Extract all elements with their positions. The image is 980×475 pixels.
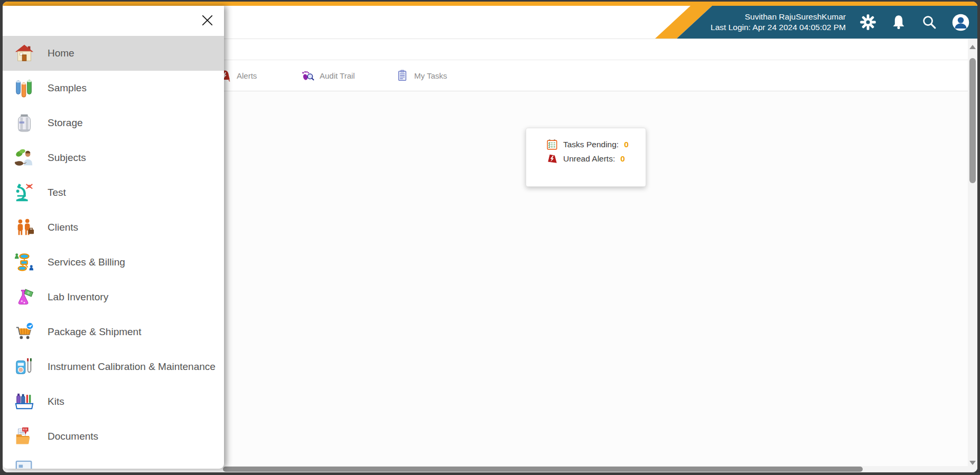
kits-icon [14,392,34,412]
sidebar-item-lab-inventory[interactable]: Lab Inventory [3,280,224,315]
unread-alerts-label: Unread Alerts: [563,154,615,164]
subjects-icon [14,148,34,168]
unread-alerts-row: Unread Alerts: 0 [546,151,646,166]
last-login: Last Login: Apr 24 2024 04:05:02 PM [711,22,846,33]
horizontal-scroll-thumb[interactable] [223,467,863,472]
instrument-calibration-icon [14,357,34,377]
tasks-checklist-icon [546,139,558,150]
sidebar-item-label: Clients [48,222,78,233]
summary-popup: Tasks Pending: 0 Unread Alerts: 0 [526,128,646,187]
notifications-bell-icon[interactable] [890,14,907,31]
services-billing-icon [14,252,34,272]
sidebar-item-label: Home [48,48,74,59]
sidebar-item-kits[interactable]: Kits [3,384,224,419]
header-user-area: Suvithan RajuSureshKumar Last Login: Apr… [677,6,977,39]
vertical-scroll-thumb[interactable] [969,58,976,183]
clients-icon [14,217,34,238]
sidebar-item-partial-icon[interactable] [14,460,34,469]
search-icon[interactable] [921,14,938,31]
sidebar-item-clients[interactable]: Clients [3,210,224,245]
sidebar-item-label: Lab Inventory [48,291,108,303]
sidebar-item-samples[interactable]: Samples [3,71,224,106]
navigation-drawer: Home Samples Storage Subjects Test Clien… [3,6,224,469]
scroll-down-arrow[interactable] [969,461,976,465]
tasks-pending-row: Tasks Pending: 0 [546,137,646,151]
tasks-pending-value: 0 [624,140,629,149]
tasks-pending-label: Tasks Pending: [563,140,619,149]
sidebar-item-documents[interactable]: Documents [3,419,224,454]
sidebar-item-subjects[interactable]: Subjects [3,140,224,175]
tab-my-tasks[interactable]: My Tasks [396,60,447,91]
lab-inventory-icon [14,287,34,307]
sidebar-item-package-shipment[interactable]: Package & Shipment [3,315,224,349]
vertical-scrollbar[interactable] [968,39,977,472]
sidebar-item-label: Subjects [48,152,86,164]
sidebar-item-label: Services & Billing [48,256,125,268]
drawer-close-row [3,6,224,36]
tab-audit-trail[interactable]: Audit Trail [301,60,355,91]
user-avatar[interactable] [951,13,970,32]
sidebar-item-home[interactable]: Home [3,36,224,71]
settings-gear-icon[interactable] [860,14,876,31]
unread-alerts-icon [546,153,558,165]
user-info: Suvithan RajuSureshKumar Last Login: Apr… [711,12,846,33]
sidebar-item-label: Package & Shipment [48,326,141,338]
partial-icon [14,460,34,469]
audit-trail-icon [301,69,314,82]
sidebar-item-test[interactable]: Test [3,175,224,210]
tab-label: Audit Trail [320,71,355,80]
home-icon [14,43,34,63]
sidebar-item-label: Instrument Calibration & Maintenance [48,361,216,373]
sidebar-item-label: Storage [48,117,83,129]
sidebar-item-label: Test [48,187,66,198]
my-tasks-icon [396,69,409,82]
tab-label: Alerts [237,71,257,80]
scroll-up-arrow[interactable] [969,45,976,49]
storage-icon [14,113,34,133]
tab-label: My Tasks [414,71,447,80]
sidebar-item-instrument-calibration[interactable]: Instrument Calibration & Maintenance [3,349,224,384]
app-window: Suvithan RajuSureshKumar Last Login: Apr… [3,2,977,472]
test-microscope-icon [14,183,34,203]
sidebar-item-services-billing[interactable]: Services & Billing [3,245,224,280]
sidebar-item-label: Samples [48,82,87,94]
package-shipment-icon [14,322,34,342]
user-name: Suvithan RajuSureshKumar [711,12,846,22]
documents-icon [14,426,34,446]
sidebar-item-storage[interactable]: Storage [3,106,224,140]
close-icon[interactable] [200,13,215,28]
tab-alerts[interactable]: Alerts [218,60,257,91]
sidebar-item-label: Kits [48,396,64,407]
sidebar-item-label: Documents [48,431,98,442]
unread-alerts-value: 0 [620,154,625,164]
top-accent-bar [3,2,977,6]
samples-icon [14,78,34,98]
